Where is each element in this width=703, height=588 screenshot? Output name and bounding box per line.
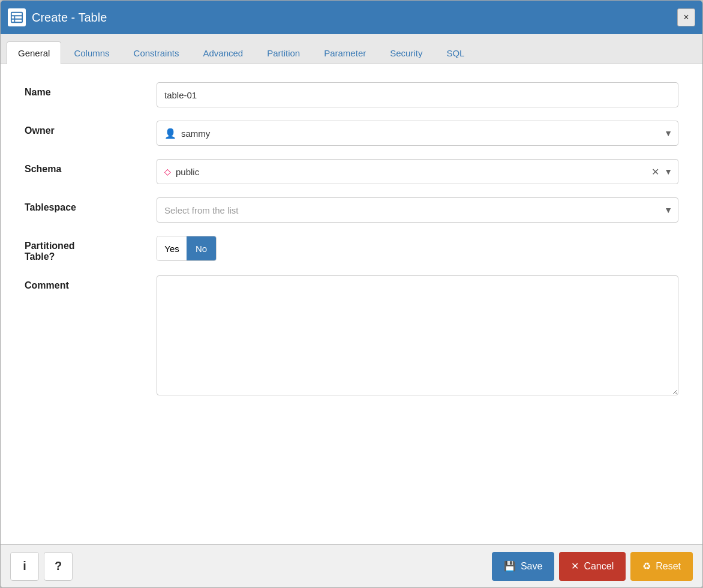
tablespace-select[interactable]: Select from the list ▼ xyxy=(157,197,678,223)
name-input[interactable] xyxy=(157,82,678,107)
owner-label: Owner xyxy=(25,121,157,136)
partitioned-control: Yes No xyxy=(157,236,678,261)
table-icon xyxy=(8,8,26,26)
tab-security[interactable]: Security xyxy=(378,41,434,64)
cancel-icon: ✕ xyxy=(571,560,579,572)
cancel-button[interactable]: ✕ Cancel xyxy=(559,552,626,581)
owner-select[interactable]: 👤 sammy ▼ xyxy=(157,121,678,146)
schema-value: public xyxy=(176,167,199,177)
schema-select[interactable]: ◇ public ✕ ▼ xyxy=(157,159,678,184)
save-icon: 💾 xyxy=(504,560,516,572)
comment-row: Comment xyxy=(25,275,678,397)
save-button[interactable]: 💾 Save xyxy=(492,552,554,581)
tab-parameter[interactable]: Parameter xyxy=(313,41,377,64)
comment-control xyxy=(157,275,678,397)
reset-button[interactable]: ♻ Reset xyxy=(630,552,693,581)
tab-partition[interactable]: Partition xyxy=(256,41,311,64)
partitioned-row: Partitioned Table? Yes No xyxy=(25,236,678,262)
partitioned-label: Partitioned Table? xyxy=(25,236,157,262)
schema-display[interactable]: ◇ public xyxy=(157,159,678,184)
info-button[interactable]: i xyxy=(10,552,39,581)
svg-rect-0 xyxy=(11,13,22,23)
tab-advanced[interactable]: Advanced xyxy=(191,41,254,64)
toggle-no[interactable]: No xyxy=(187,236,216,260)
tabs-bar: General Columns Constraints Advanced Par… xyxy=(1,34,702,64)
toggle-yes[interactable]: Yes xyxy=(157,236,187,260)
schema-control: ◇ public ✕ ▼ xyxy=(157,159,678,184)
bottombar-right: 💾 Save ✕ Cancel ♻ Reset xyxy=(492,552,693,581)
comment-input[interactable] xyxy=(157,275,678,395)
name-label: Name xyxy=(25,82,157,98)
bottombar-left: i ? xyxy=(10,552,73,581)
dialog-title: Create - Table xyxy=(32,11,107,25)
owner-display[interactable]: 👤 sammy xyxy=(157,121,678,146)
tab-general[interactable]: General xyxy=(7,41,61,64)
tab-sql[interactable]: SQL xyxy=(435,41,476,64)
tab-constraints[interactable]: Constraints xyxy=(122,41,191,64)
main-content: Name Owner 👤 sammy ▼ Schema xyxy=(1,64,702,544)
owner-value: sammy xyxy=(181,128,210,139)
user-icon: 👤 xyxy=(164,128,176,139)
clear-icon[interactable]: ✕ xyxy=(651,166,659,178)
owner-control: 👤 sammy ▼ xyxy=(157,121,678,146)
tablespace-control: Select from the list ▼ xyxy=(157,197,678,223)
partitioned-toggle[interactable]: Yes No xyxy=(157,236,217,261)
tablespace-placeholder: Select from the list xyxy=(164,205,238,215)
bottombar: i ? 💾 Save ✕ Cancel ♻ Reset xyxy=(1,544,702,587)
name-control xyxy=(157,82,678,107)
schema-diamond-icon: ◇ xyxy=(164,167,171,176)
create-table-dialog: Create - Table × General Columns Constra… xyxy=(0,0,703,588)
schema-row: Schema ◇ public ✕ ▼ xyxy=(25,159,678,184)
titlebar-left: Create - Table xyxy=(8,8,107,26)
help-button[interactable]: ? xyxy=(44,552,73,581)
tab-columns[interactable]: Columns xyxy=(62,41,121,64)
tablespace-display[interactable]: Select from the list xyxy=(157,197,678,223)
close-button[interactable]: × xyxy=(677,8,695,26)
reset-icon: ♻ xyxy=(642,560,651,572)
owner-row: Owner 👤 sammy ▼ xyxy=(25,121,678,146)
tablespace-row: Tablespace Select from the list ▼ xyxy=(25,197,678,223)
comment-label: Comment xyxy=(25,275,157,291)
tablespace-label: Tablespace xyxy=(25,197,157,213)
schema-label: Schema xyxy=(25,159,157,175)
titlebar: Create - Table × xyxy=(1,1,702,34)
name-row: Name xyxy=(25,82,678,107)
